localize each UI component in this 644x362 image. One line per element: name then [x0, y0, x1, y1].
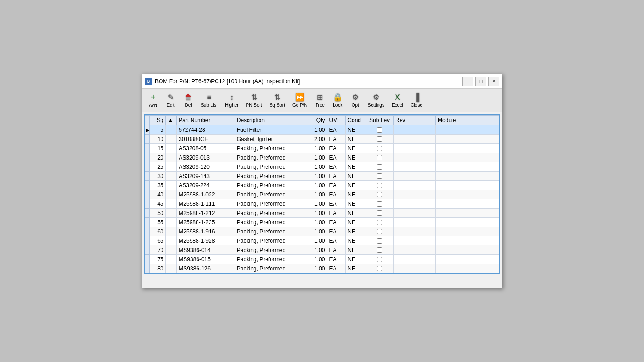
cell-seq: 50 [150, 209, 166, 218]
cell-qty: 2.00 [303, 135, 327, 144]
table-row[interactable]: 55M25988-1-235Packing, Preformed1.00EANE [145, 218, 499, 227]
settings-button[interactable]: ⚙Settings [365, 91, 388, 110]
sublev-checkbox[interactable] [377, 201, 382, 207]
cell-rev [393, 236, 435, 245]
table-row[interactable]: ▶5572744-28Fuel Filter1.00EANE [145, 125, 499, 135]
cell-module [436, 199, 499, 209]
cell-rev [393, 227, 435, 236]
go-pn-button[interactable]: ⏩Go P/N [289, 91, 311, 110]
cell-sublev[interactable] [365, 153, 394, 162]
higher-icon: ↕ [230, 93, 234, 102]
col-seq: Sq [150, 116, 166, 125]
cell-part-number: M25988-1-235 [177, 218, 235, 227]
cell-sublev[interactable] [365, 236, 394, 245]
cell-sublev[interactable] [365, 209, 394, 218]
cell-module [436, 227, 499, 236]
edit-label: Edit [167, 103, 174, 108]
cell-rev [393, 162, 435, 172]
sublev-checkbox[interactable] [377, 136, 382, 142]
cell-sublev[interactable] [365, 255, 394, 264]
sublev-checkbox[interactable] [377, 164, 382, 170]
sublev-checkbox[interactable] [377, 146, 382, 151]
cell-sublev[interactable] [365, 218, 394, 227]
close-button[interactable]: ▐Close [407, 92, 426, 110]
table-row[interactable]: 65M25988-1-928Packing, Preformed1.00EANE [145, 236, 499, 245]
row-indicator: ▶ [145, 125, 150, 135]
sublev-checkbox[interactable] [377, 220, 382, 225]
table-row[interactable]: 45M25988-1-111Packing, Preformed1.00EANE [145, 199, 499, 209]
higher-button[interactable]: ↕Higher [222, 92, 242, 110]
cell-description: Packing, Preformed [235, 236, 303, 245]
lock-button[interactable]: 🔒Lock [329, 91, 346, 110]
maximize-button[interactable]: □ [475, 77, 486, 86]
opt-button[interactable]: ⚙Opt [347, 91, 364, 110]
sq-sort-button[interactable]: ⇅Sq Sort [266, 91, 288, 110]
table-row[interactable]: 75MS9386-015Packing, Preformed1.00EANE [145, 255, 499, 264]
table-container[interactable]: Sq ▲ Part Number Description Qty UM Cond… [145, 115, 499, 273]
sublev-checkbox[interactable] [377, 155, 382, 160]
del-button[interactable]: 🗑Del [180, 92, 197, 110]
cell-seq: 40 [150, 190, 166, 199]
cell-cond: NE [346, 236, 365, 245]
sublev-checkbox[interactable] [377, 229, 382, 234]
table-row[interactable]: 30AS3209-143Packing, Preformed1.00EANE [145, 172, 499, 181]
cell-sublev[interactable] [365, 172, 394, 181]
cell-sublev[interactable] [365, 227, 394, 236]
cell-flag [166, 144, 177, 153]
cell-cond: NE [346, 125, 365, 135]
table-row[interactable]: 40M25988-1-022Packing, Preformed1.00EANE [145, 190, 499, 199]
sq-sort-icon: ⇅ [274, 93, 280, 102]
edit-button[interactable]: ✎Edit [162, 91, 179, 110]
opt-label: Opt [352, 103, 359, 108]
cell-sublev[interactable] [365, 181, 394, 190]
cell-sublev[interactable] [365, 199, 394, 209]
cell-qty: 1.00 [303, 245, 327, 255]
sublev-checkbox[interactable] [377, 238, 382, 244]
sublev-checkbox[interactable] [377, 247, 382, 253]
sublev-checkbox[interactable] [377, 127, 382, 133]
table-row[interactable]: 25AS3209-120Packing, Preformed1.00EANE [145, 162, 499, 172]
cell-sublev[interactable] [365, 135, 394, 144]
title-bar-left: B BOM For P/N: PT6-67/PC12 [100 Hour (AA… [145, 78, 300, 85]
cell-sublev[interactable] [365, 245, 394, 255]
row-indicator [145, 236, 150, 245]
add-button[interactable]: +Add [145, 91, 161, 110]
table-row[interactable]: 70MS9386-014Packing, Preformed1.00EANE [145, 245, 499, 255]
table-row[interactable]: 50M25988-1-212Packing, Preformed1.00EANE [145, 209, 499, 218]
cell-part-number: MS9386-015 [177, 255, 235, 264]
sublev-checkbox[interactable] [377, 173, 382, 179]
excel-button[interactable]: XExcel [389, 92, 406, 110]
cell-cond: NE [346, 209, 365, 218]
table-row[interactable]: 35AS3209-224Packing, Preformed1.00EANE [145, 181, 499, 190]
table-row[interactable]: 103010880GFGasket, Igniter2.00EANE [145, 135, 499, 144]
cell-sublev[interactable] [365, 125, 394, 135]
add-icon: + [151, 92, 156, 102]
cell-qty: 1.00 [303, 153, 327, 162]
cell-seq: 60 [150, 227, 166, 236]
cell-flag [166, 162, 177, 172]
cell-seq: 15 [150, 144, 166, 153]
table-row[interactable]: 60M25988-1-916Packing, Preformed1.00EANE [145, 227, 499, 236]
sublev-checkbox[interactable] [377, 257, 382, 262]
sublev-checkbox[interactable] [377, 266, 382, 271]
excel-icon: X [395, 93, 400, 102]
cell-sublev[interactable] [365, 264, 394, 273]
cell-part-number: MS9386-126 [177, 264, 235, 273]
sublev-checkbox[interactable] [377, 192, 382, 197]
table-row[interactable]: 80MS9386-126Packing, Preformed1.00EANE [145, 264, 499, 273]
tree-button[interactable]: ⊞Tree [312, 91, 328, 110]
minimize-button[interactable]: — [462, 77, 473, 86]
sublev-checkbox[interactable] [377, 183, 382, 188]
cell-sublev[interactable] [365, 144, 394, 153]
row-indicator [145, 209, 150, 218]
cell-sublev[interactable] [365, 190, 394, 199]
table-row[interactable]: 20AS3209-013Packing, Preformed1.00EANE [145, 153, 499, 162]
cell-sublev[interactable] [365, 162, 394, 172]
close-window-button[interactable]: ✕ [488, 77, 499, 86]
cell-rev [393, 135, 435, 144]
pn-sort-button[interactable]: ⇅PN Sort [243, 91, 266, 110]
table-row[interactable]: 15AS3208-05Packing, Preformed1.00EANE [145, 144, 499, 153]
sublev-checkbox[interactable] [377, 210, 382, 216]
row-indicator [145, 218, 150, 227]
sub-list-button[interactable]: ≡Sub List [198, 92, 221, 110]
